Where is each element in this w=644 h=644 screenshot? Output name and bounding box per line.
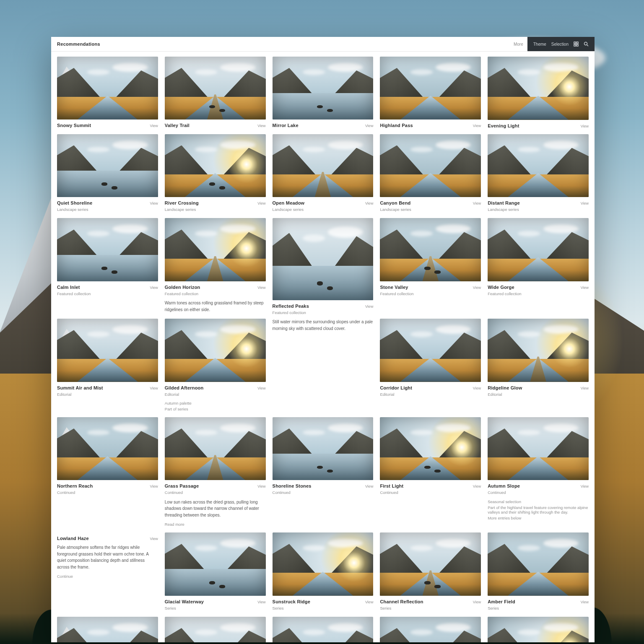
card-action[interactable]: View [365,124,373,128]
card-action[interactable]: View [473,124,481,128]
card-thumbnail[interactable] [165,617,266,642]
card-action[interactable]: View [581,124,589,128]
gallery-card[interactable]: Last GlowView [488,617,589,642]
card-action[interactable]: View [473,484,481,488]
card-thumbnail[interactable] [380,57,481,119]
card-thumbnail[interactable] [273,57,374,119]
card-thumbnail[interactable] [165,218,266,281]
gallery-card[interactable]: Glacial WaterwayViewSeries [165,532,266,611]
card-action[interactable]: View [257,286,265,290]
card-thumbnail[interactable] [165,532,266,595]
search-icon[interactable] [584,42,589,47]
gallery-card[interactable]: Blue OverlookView [57,617,158,642]
gallery-card[interactable]: Highland PassView [380,57,481,128]
card-action[interactable]: View [257,600,265,604]
card-action[interactable]: View [473,201,481,205]
gallery-card[interactable]: Still MirrorView [273,617,374,642]
card-action[interactable]: View [150,484,158,488]
card-action[interactable]: View [473,600,481,604]
card-action[interactable]: View [150,124,158,128]
card-thumbnail[interactable] [165,319,266,382]
gallery-card[interactable]: Channel ReflectionViewSeries [380,532,481,611]
card-thumbnail[interactable] [380,134,481,197]
card-thumbnail[interactable] [273,218,374,300]
card-action[interactable]: View [150,537,158,541]
card-thumbnail[interactable] [57,57,158,119]
gallery-card[interactable]: Evening LightView [488,57,589,128]
gallery-card[interactable]: Ridgeline GlowViewEditorial [488,319,589,411]
gallery-card[interactable]: Amber FieldViewSeries [488,532,589,611]
card-thumbnail[interactable] [273,617,374,642]
grid-icon[interactable] [574,42,579,47]
card-thumbnail[interactable] [57,617,158,642]
gallery-card[interactable]: Open MeadowViewLandscape series [273,134,374,213]
gallery-card[interactable]: Grass PassageViewContinuedLow sun rakes … [165,417,266,527]
card-action[interactable]: View [365,201,373,205]
card-thumbnail[interactable] [488,57,589,120]
gallery-card[interactable]: Mirror LakeView [273,57,374,128]
gallery-card[interactable]: Reflected PeaksViewFeatured collectionSt… [273,218,374,411]
card-thumbnail[interactable] [165,417,266,480]
card-thumbnail[interactable] [273,417,374,480]
card-action[interactable]: View [257,124,265,128]
card-thumbnail[interactable] [380,218,481,281]
card-action[interactable]: View [257,386,265,390]
gallery-card[interactable]: Golden HorizonViewFeatured collectionWar… [165,218,266,313]
gallery-card[interactable]: First LightViewContinued [380,417,481,527]
card-thumbnail[interactable] [57,417,158,480]
card-action[interactable]: View [150,201,158,205]
card-thumbnail[interactable] [57,134,158,197]
card-action[interactable]: View [257,201,265,205]
card-action[interactable]: View [365,600,373,604]
card-thumbnail[interactable] [380,617,481,642]
gallery-card[interactable]: Northern ReachViewContinued [57,417,158,527]
gallery-card[interactable]: Autumn SlopeViewContinuedSeasonal select… [488,417,589,527]
card-action[interactable]: View [150,386,158,390]
gallery-card[interactable]: Stone ValleyViewFeatured collection [380,218,481,313]
gallery-card[interactable]: Summit Air and MistViewEditorial [57,319,158,411]
gallery-card[interactable]: Corridor LightViewEditorial [380,319,481,411]
card-thumbnail[interactable] [488,134,589,197]
gallery-card[interactable]: River CrossingViewLandscape series [165,134,266,213]
gallery-card[interactable]: Snowy SummitView [57,57,158,128]
card-thumbnail[interactable] [165,134,266,197]
card-action[interactable]: View [257,484,265,488]
card-action[interactable]: View [365,484,373,488]
card-action[interactable]: View [581,201,589,205]
card-thumbnail[interactable] [273,134,374,197]
gallery-card[interactable]: Sunstruck RidgeViewSeries [273,532,374,611]
gallery-card[interactable]: Calm InletViewFeatured collection [57,218,158,313]
card-thumbnail[interactable] [488,319,589,382]
header-link-more[interactable]: More [509,42,527,47]
card-thumbnail[interactable] [273,532,374,595]
header-tab-selection[interactable]: Selection [551,42,569,47]
gallery-card[interactable]: Wide GorgeViewFeatured collection [488,218,589,313]
card-action[interactable]: View [581,286,589,290]
gallery-card[interactable]: Distant RangeViewLandscape series [488,134,589,213]
card-thumbnail[interactable] [488,617,589,642]
card-action[interactable]: View [581,600,589,604]
header-tab-theme[interactable]: Theme [533,42,546,47]
card-action[interactable]: View [473,286,481,290]
gallery-card[interactable]: Open CountryView [380,617,481,642]
card-action[interactable]: View [365,304,373,309]
card-action[interactable]: View [581,386,589,390]
card-thumbnail[interactable] [57,319,158,382]
card-thumbnail[interactable] [380,417,481,480]
card-action[interactable]: View [150,286,158,290]
card-thumbnail[interactable] [488,218,589,281]
gallery-card[interactable]: Gravel ApproachView [165,617,266,642]
card-action[interactable]: View [581,484,589,488]
gallery-card[interactable]: Lowland HazeViewPale atmosphere softens … [57,532,158,611]
card-thumbnail[interactable] [380,319,481,382]
card-thumbnail[interactable] [165,57,266,119]
gallery-card[interactable]: Valley TrailView [165,57,266,128]
gallery-card[interactable]: Shoreline StonesViewContinued [273,417,374,527]
card-thumbnail[interactable] [488,532,589,596]
gallery-card[interactable]: Canyon BendViewLandscape series [380,134,481,213]
gallery-card[interactable]: Quiet ShorelineViewLandscape series [57,134,158,213]
gallery-card[interactable]: Gilded AfternoonViewEditorialAutumn pale… [165,319,266,411]
card-thumbnail[interactable] [488,417,589,480]
card-thumbnail[interactable] [57,218,158,281]
card-thumbnail[interactable] [380,532,481,595]
